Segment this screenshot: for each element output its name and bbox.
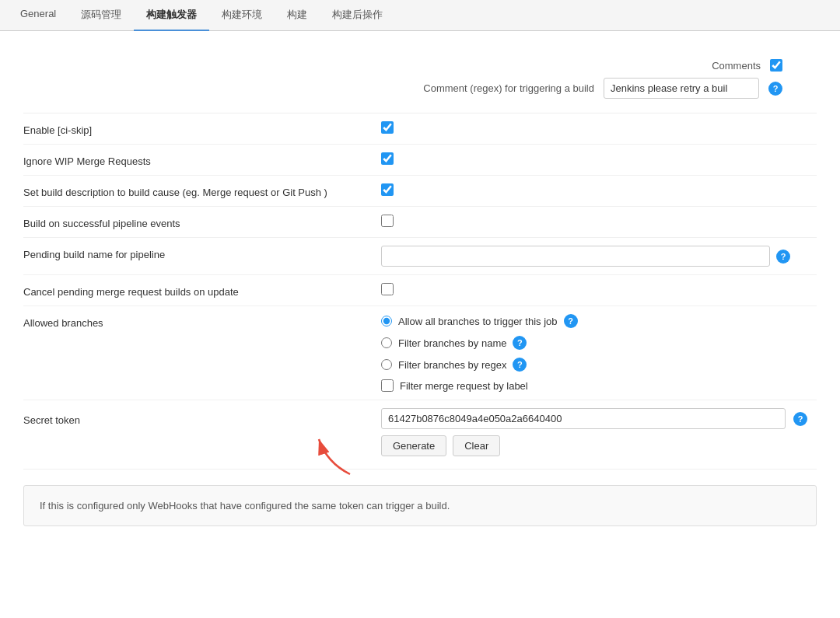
secret-token-help-icon[interactable]: ? bbox=[793, 412, 807, 426]
branch-option-regex-label: Filter branches by regex bbox=[398, 359, 506, 371]
clear-button[interactable]: Clear bbox=[453, 435, 500, 456]
allowed-branches-label: Allowed branches bbox=[23, 314, 381, 329]
ignore-wip-control bbox=[381, 152, 817, 165]
pending-build-name-help-icon[interactable]: ? bbox=[776, 250, 790, 264]
tab-bar: General 源码管理 构建触发器 构建环境 构建 构建后操作 bbox=[0, 0, 840, 31]
branch-option-all-label: Allow all branches to trigger this job bbox=[398, 316, 558, 327]
pending-build-name-label: Pending build name for pipeline bbox=[23, 246, 381, 260]
secret-token-input[interactable] bbox=[381, 408, 786, 429]
tab-source[interactable]: 源码管理 bbox=[68, 0, 134, 31]
tab-post[interactable]: 构建后操作 bbox=[320, 0, 395, 31]
enable-ci-skip-control bbox=[381, 121, 817, 134]
pending-build-name-input[interactable] bbox=[381, 246, 770, 267]
comment-regex-label: Comment (regex) for triggering a build bbox=[345, 82, 594, 94]
secret-token-label: Secret token bbox=[23, 408, 381, 426]
set-build-desc-control bbox=[381, 183, 817, 196]
comments-section: Comments Comment (regex) for triggering … bbox=[23, 47, 817, 113]
allowed-branches-options: Allow all branches to trigger this job ?… bbox=[381, 314, 578, 392]
comments-label: Comments bbox=[543, 60, 761, 72]
info-box: If this is configured only WebHooks that… bbox=[23, 485, 817, 526]
cancel-pending-row: Cancel pending merge request builds on u… bbox=[23, 275, 817, 306]
branch-radio-all[interactable] bbox=[381, 316, 392, 326]
branch-name-help-icon[interactable]: ? bbox=[513, 336, 527, 350]
ignore-wip-checkbox[interactable] bbox=[381, 152, 394, 165]
build-pipeline-control bbox=[381, 215, 817, 227]
branch-all-help-icon[interactable]: ? bbox=[564, 314, 578, 328]
generate-button[interactable]: Generate bbox=[381, 435, 446, 456]
comment-regex-input[interactable] bbox=[604, 78, 759, 99]
info-box-text: If this is configured only WebHooks that… bbox=[40, 500, 450, 512]
branch-regex-help-icon[interactable]: ? bbox=[513, 358, 527, 372]
branch-option-regex: Filter branches by regex ? bbox=[381, 358, 578, 372]
enable-ci-skip-checkbox[interactable] bbox=[381, 121, 394, 134]
allowed-branches-control: Allow all branches to trigger this job ?… bbox=[381, 314, 817, 392]
branch-option-name: Filter branches by name ? bbox=[381, 336, 578, 350]
tab-trigger[interactable]: 构建触发器 bbox=[134, 0, 209, 31]
set-build-desc-label: Set build description to build cause (eg… bbox=[23, 183, 381, 198]
branch-option-all: Allow all branches to trigger this job ? bbox=[381, 314, 578, 328]
enable-ci-skip-label: Enable [ci-skip] bbox=[23, 121, 381, 136]
tab-general[interactable]: General bbox=[8, 0, 68, 31]
build-pipeline-row: Build on successful pipeline events bbox=[23, 207, 817, 238]
build-pipeline-checkbox[interactable] bbox=[381, 215, 394, 227]
ignore-wip-label: Ignore WIP Merge Requests bbox=[23, 152, 381, 167]
build-pipeline-label: Build on successful pipeline events bbox=[23, 215, 381, 229]
cancel-pending-control bbox=[381, 283, 817, 295]
set-build-desc-row: Set build description to build cause (eg… bbox=[23, 176, 817, 207]
allowed-branches-row: Allowed branches Allow all branches to t… bbox=[23, 306, 817, 400]
branch-option-label: Filter merge request by label bbox=[381, 379, 578, 392]
ignore-wip-row: Ignore WIP Merge Requests bbox=[23, 145, 817, 176]
tab-build[interactable]: 构建 bbox=[275, 0, 320, 31]
secret-token-control: ? Generate Clear bbox=[381, 408, 817, 456]
branch-option-name-label: Filter branches by name bbox=[398, 337, 506, 349]
main-content: Comments Comment (regex) for triggering … bbox=[0, 31, 840, 618]
branch-option-label-label: Filter merge request by label bbox=[400, 380, 528, 392]
comments-checkbox[interactable] bbox=[770, 59, 782, 72]
branch-radio-regex[interactable] bbox=[381, 359, 392, 370]
token-buttons: Generate Clear bbox=[381, 435, 500, 456]
set-build-desc-checkbox[interactable] bbox=[381, 183, 394, 196]
tab-env[interactable]: 构建环境 bbox=[209, 0, 275, 31]
pending-build-name-row: Pending build name for pipeline ? bbox=[23, 238, 817, 275]
secret-token-row: Secret token ? bbox=[23, 400, 817, 470]
cancel-pending-label: Cancel pending merge request builds on u… bbox=[23, 283, 381, 298]
enable-ci-skip-row: Enable [ci-skip] bbox=[23, 113, 817, 145]
branch-checkbox-label[interactable] bbox=[381, 379, 394, 392]
cancel-pending-checkbox[interactable] bbox=[381, 283, 394, 295]
pending-build-name-control: ? bbox=[381, 246, 817, 267]
branch-radio-name[interactable] bbox=[381, 337, 392, 348]
comment-regex-help-icon[interactable]: ? bbox=[768, 82, 782, 96]
